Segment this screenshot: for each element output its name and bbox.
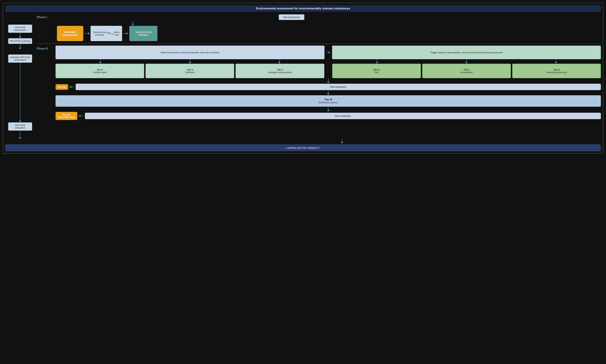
risk-assessment-box: Risk assessment — [279, 14, 304, 20]
arrow-pbt3-down — [19, 63, 21, 122]
risk-eval1-row: No risk Risk evaluation — [55, 84, 601, 90]
phase1-label: Phase I — [37, 15, 47, 19]
arrow-pbt2-to-pbt3 — [19, 44, 21, 49]
tier-a-sp-box: Tier A Secondary poisoning — [512, 64, 601, 78]
pbt-evaluation-box: PBT/vPvB evaluation — [8, 122, 32, 130]
pbt-screening-box: PBT/vPVB screening — [8, 38, 32, 44]
tier-a-sw-box: Tier A Surface water — [55, 64, 144, 78]
diagram-title: Environmental assessment for environment… — [5, 5, 601, 12]
arrow-trig-to-sp — [555, 59, 557, 64]
arrow-pbt4-down — [19, 130, 21, 139]
main-flow: Phase I Risk assessment — [35, 14, 601, 121]
arrow-trig-to-gw — [465, 59, 468, 64]
no-risk2-box: No risk Not a PBT/vPvB — [55, 112, 77, 120]
tailored-testing-box: Tailored testing strategies — [129, 26, 158, 41]
arrow-det-to-sw — [99, 59, 102, 64]
arrow-ra-down — [35, 21, 601, 26]
arrow-dt-to-nf — [85, 32, 89, 35]
definitive-pbt-box: Definitive PBT/vPvB assessment — [8, 54, 32, 63]
dashed-divider — [37, 43, 601, 44]
arrow-trig-to-soil — [376, 59, 378, 64]
arrow-det-to-trig — [326, 46, 330, 59]
decision-tree-box: Decision tree including PECsw action lim… — [91, 26, 122, 41]
tier-a-stp-box: Tier A Sewage treatment plant — [236, 64, 324, 78]
arrow-risk1-to-tierb — [327, 91, 329, 95]
tier-a-sed-box: Tier A Sediment — [145, 64, 234, 78]
main-diagram: Environmental assessment for environment… — [3, 3, 603, 154]
arrow-det-to-sed — [189, 59, 191, 64]
tier-a-gw-box: Tier A Groundwater — [422, 64, 511, 78]
phase2-label: Phase II — [37, 47, 48, 50]
left-column: PBT/vPvB assessment PBT/vPVB screening D… — [5, 14, 35, 139]
tier-b-box: Tier B Refinement options — [55, 95, 601, 107]
tier-a-soil-box: Tier A Soil — [332, 64, 421, 78]
phase2-content: Determine physico-chemical properties, f… — [55, 46, 601, 121]
arrow-det-to-stp — [278, 59, 281, 64]
pbt-assessment-box: PBT/vPvB assessment — [8, 25, 32, 33]
arrow-tier-to-risk1 — [327, 78, 329, 83]
determine-box: Determine physico-chemical properties, f… — [55, 46, 325, 59]
risk-eval2-row: No risk Not a PBT/vPvB Risk eval — [55, 112, 601, 120]
phase2-label-container: Phase II — [37, 46, 55, 50]
arrow-final-down — [5, 139, 601, 143]
bottom-bar: Labelling and risk mitigation 7 — [5, 144, 601, 151]
trigger-box: Trigger values for groundwater, soil and… — [332, 46, 601, 59]
arrow-pbt1-to-pbt2 — [19, 33, 21, 38]
arrow-tierb-to-risk2 — [327, 107, 329, 112]
arrow-dt-to-tailored — [123, 32, 128, 35]
no-risk1-box: No risk — [55, 84, 68, 90]
phase1-label-container: Phase I — [37, 15, 55, 19]
arrow-risk1-to-norisk — [69, 86, 74, 88]
risk-eval1-bar: Risk evaluation — [76, 84, 601, 90]
risk-eval2-bar: Risk evaluation — [85, 113, 601, 119]
no-further-box: No further assessment — [57, 26, 83, 41]
arrow-risk2-to-norisk2 — [79, 115, 83, 117]
